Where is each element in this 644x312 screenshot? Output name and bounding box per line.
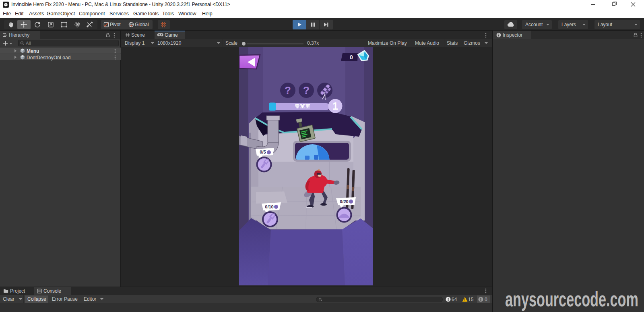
svg-text:0/20: 0/20 — [340, 199, 348, 204]
svg-text:0: 0 — [350, 54, 353, 60]
svg-text:1: 1 — [332, 100, 338, 112]
svg-text:?: ? — [303, 84, 310, 96]
svg-text:?: ? — [285, 84, 291, 96]
svg-text:0/10: 0/10 — [265, 204, 273, 209]
svg-text:0/5: 0/5 — [260, 150, 266, 154]
